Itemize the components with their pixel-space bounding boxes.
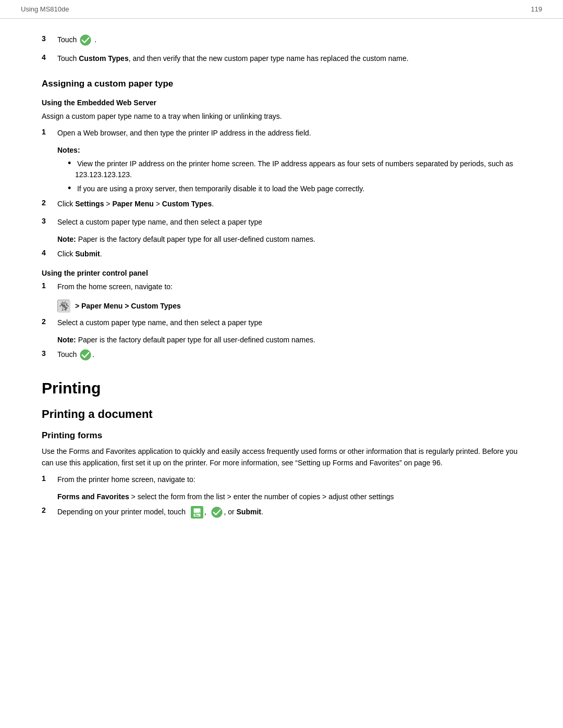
embedded-step-2-text: Click Settings > Paper Menu > Custom Typ…: [57, 199, 521, 209]
section-assigning-heading: Assigning a custom paper type: [42, 79, 521, 89]
step-4-top: 4 Touch Custom Types, and then verify th…: [42, 53, 521, 64]
step-number-3-top: 3: [42, 34, 57, 43]
printing-forms-intro: Use the Forms and Favorites application …: [42, 446, 521, 468]
forms-step-number-2: 2: [42, 506, 57, 514]
embedded-step-number-3: 3: [42, 217, 57, 225]
svg-rect-10: [193, 513, 200, 516]
forms-and-favorites-bold: Forms and Favorites: [57, 492, 129, 501]
note3-text: Paper is the factory default paper type …: [76, 235, 315, 243]
path-container: > Paper Menu > Custom Types: [57, 300, 521, 312]
notes-block: Notes: • View the printer IP address on …: [57, 146, 521, 194]
forms-path: Forms and Favorites > select the form fr…: [57, 492, 521, 501]
page-number: 119: [531, 5, 542, 13]
custom-types-bold: Custom Types: [162, 200, 212, 208]
embedded-step-3: 3 Select a custom paper type name, and t…: [42, 217, 521, 228]
submit-bold-2: Submit: [237, 507, 261, 515]
printing-heading: Printing: [42, 379, 521, 397]
forms-path-rest: > select the form from the list > enter …: [129, 492, 394, 501]
embedded-step-4: 4 Click Submit.: [42, 249, 521, 260]
notes-list: • View the printer IP address on the pri…: [68, 158, 521, 194]
submit-bold: Submit: [75, 250, 100, 258]
control-panel-step-number-1: 1: [42, 281, 57, 290]
forms-step-1-text: From the printer home screen, navigate t…: [57, 474, 521, 485]
step-4-top-text: Touch Custom Types, and then verify that…: [57, 53, 521, 64]
embedded-intro-text: Assign a custom paper type name to a tra…: [42, 111, 521, 122]
control-panel-step-1: 1 From the home screen, navigate to:: [42, 281, 521, 292]
note-item-2: • If you are using a proxy server, then …: [68, 183, 521, 194]
embedded-step-2: 2 Click Settings > Paper Menu > Custom T…: [42, 199, 521, 209]
subsection-control-panel-heading: Using the printer control panel: [42, 269, 521, 277]
embedded-step-number-2: 2: [42, 199, 57, 207]
printing-doc-heading: Printing a document: [42, 408, 521, 421]
forms-step-2: 2 Depending on your printer model, touch…: [42, 506, 521, 519]
note2-label: Note:: [57, 336, 76, 344]
note2-text: Paper is the factory default paper type …: [76, 336, 315, 344]
step2-note2: Note: Paper is the factory default paper…: [57, 336, 521, 344]
control-panel-step-3-text: Touch .: [57, 349, 521, 361]
subsection-embedded-heading: Using the Embedded Web Server: [42, 98, 521, 107]
control-panel-step-2: 2 Select a custom paper type name, and t…: [42, 317, 521, 328]
forms-step-2-text: Depending on your printer model, touch ,: [57, 506, 521, 519]
note-item-1: • View the printer IP address on the pri…: [68, 158, 521, 180]
bullet-dot-1: •: [68, 158, 75, 169]
bullet-dot-2: •: [68, 183, 75, 194]
embedded-step-3-text: Select a custom paper type name, and the…: [57, 217, 521, 228]
green-print-icon: [191, 506, 203, 519]
svg-rect-11: [194, 514, 197, 514]
note-text-2: If you are using a proxy server, then te…: [75, 183, 364, 194]
svg-point-14: [200, 512, 201, 513]
step-3-top: 3 Touch .: [42, 34, 521, 46]
forms-step-1: 1 From the printer home screen, navigate…: [42, 474, 521, 485]
notes-label: Notes:: [57, 146, 80, 154]
step-3-top-text: Touch .: [57, 34, 521, 46]
settings-wrench-icon: [57, 300, 70, 312]
forms-step-number-1: 1: [42, 474, 57, 483]
green-check-icon-middle: [80, 349, 91, 361]
control-panel-step-3: 3 Touch .: [42, 349, 521, 361]
embedded-step-1-text: Open a Web browser, and then type the pr…: [57, 128, 521, 139]
note3-label: Note:: [57, 235, 76, 243]
control-panel-step-2-text: Select a custom paper type name, and the…: [57, 317, 521, 328]
embedded-step-1: 1 Open a Web browser, and then type the …: [42, 128, 521, 139]
svg-rect-9: [193, 508, 200, 512]
green-check-icon-top: [80, 34, 91, 46]
svg-rect-12: [194, 515, 199, 515]
paper-menu-bold: Paper Menu: [112, 200, 153, 208]
control-panel-step-1-text: From the home screen, navigate to:: [57, 281, 521, 292]
header-left: Using MS810de: [21, 5, 69, 13]
green-check-icon-bottom: [211, 507, 223, 518]
embedded-step-number-1: 1: [42, 128, 57, 136]
settings-bold: Settings: [75, 200, 104, 208]
page-header: Using MS810de 119: [0, 0, 563, 19]
path-label: > Paper Menu > Custom Types: [73, 302, 181, 310]
step3-note: Note: Paper is the factory default paper…: [57, 235, 521, 243]
note-text-1: View the printer IP address on the print…: [75, 158, 521, 180]
page-content: 3 Touch . 4 Touch Custom Types, and then…: [0, 19, 563, 547]
printing-forms-heading: Printing forms: [42, 430, 521, 441]
step-number-4-top: 4: [42, 53, 57, 61]
embedded-step-4-text: Click Submit.: [57, 249, 521, 260]
embedded-step-number-4: 4: [42, 249, 57, 257]
control-panel-step-number-2: 2: [42, 317, 57, 326]
control-panel-step-number-3: 3: [42, 349, 57, 357]
